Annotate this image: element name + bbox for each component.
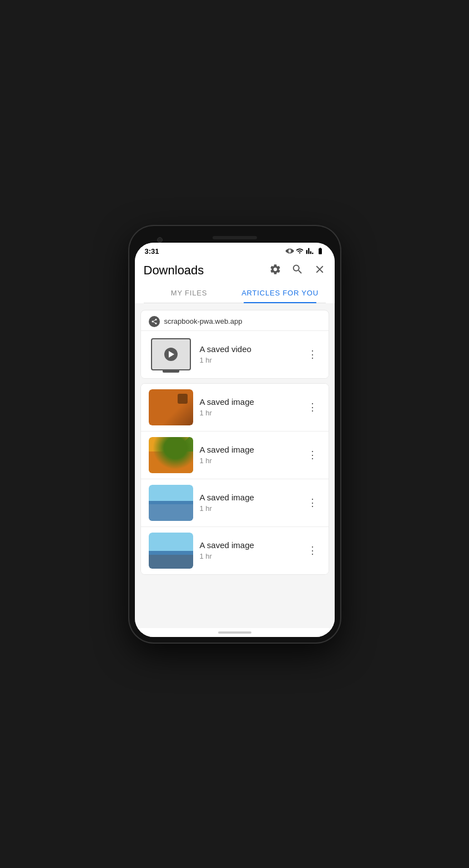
header-icons [269,263,326,277]
phone-screen: 3:31 Downloads [135,243,335,637]
source-header: scrapbook-pwa.web.app [141,310,329,330]
video-thumb-wrapper [151,338,191,370]
close-button[interactable] [314,263,326,277]
list-item[interactable]: A saved image 1 hr ⋮ [141,431,329,479]
item-menu-button[interactable]: ⋮ [305,495,321,510]
item-menu-button[interactable]: ⋮ [305,543,321,558]
orange-thumb [149,389,193,425]
item-info: A saved video 1 hr [200,344,299,364]
status-icons [286,247,325,255]
item-info: A saved image 1 hr [200,397,299,417]
image-thumbnail [149,485,193,521]
source-card: scrapbook-pwa.web.app A saved video 1 hr… [140,310,329,379]
item-meta: 1 hr [200,356,299,364]
wifi-icon [296,247,304,255]
item-meta: 1 hr [200,552,299,560]
item-info: A saved image 1 hr [200,493,299,513]
item-menu-button[interactable]: ⋮ [305,400,321,414]
city-thumb [149,533,193,569]
list-item[interactable]: A saved image 1 hr ⋮ [141,384,329,431]
item-title: A saved image [200,540,299,550]
home-indicator [218,631,251,634]
image-thumbnail [149,437,193,473]
items-group: A saved image 1 hr ⋮ A saved image 1 hr … [140,383,329,575]
signal-icon [306,247,314,255]
item-menu-button[interactable]: ⋮ [305,448,321,462]
phone-device: 3:31 Downloads [129,226,340,643]
food-thumb [149,437,193,473]
camera [157,237,163,243]
item-info: A saved image 1 hr [200,540,299,560]
item-meta: 1 hr [200,409,299,417]
play-button-icon [164,348,178,361]
item-title: A saved image [200,397,299,407]
list-item[interactable]: A saved image 1 hr ⋮ [141,526,329,574]
image-thumbnail [149,533,193,569]
speaker [213,236,257,239]
item-title: A saved image [200,493,299,502]
lake-thumb [149,485,193,521]
phone-bottom [135,628,335,637]
vibrate-icon [286,247,294,255]
content-area[interactable]: scrapbook-pwa.web.app A saved video 1 hr… [135,303,335,628]
app-title: Downloads [144,263,204,278]
status-time: 3:31 [145,247,159,255]
item-title: A saved image [200,445,299,454]
app-header: Downloads MY FILES [135,258,335,303]
search-button[interactable] [291,263,304,277]
list-item[interactable]: A saved image 1 hr ⋮ [141,479,329,526]
battery-icon [316,247,325,255]
tab-my-files[interactable]: MY FILES [144,283,235,303]
phone-top [135,232,335,243]
source-url: scrapbook-pwa.web.app [164,317,243,325]
item-meta: 1 hr [200,504,299,513]
tabs: MY FILES ARTICLES FOR YOU [144,283,326,303]
item-title: A saved video [200,344,299,354]
tab-articles-for-you[interactable]: ARTICLES FOR YOU [235,283,326,303]
item-menu-button[interactable]: ⋮ [305,347,321,362]
settings-button[interactable] [269,263,281,277]
image-thumbnail [149,389,193,425]
list-item[interactable]: A saved video 1 hr ⋮ [141,330,329,378]
status-bar: 3:31 [135,243,335,258]
share-icon [149,316,160,327]
app-header-top: Downloads [144,263,326,278]
item-meta: 1 hr [200,456,299,465]
video-thumbnail [149,337,193,373]
item-info: A saved image 1 hr [200,445,299,465]
